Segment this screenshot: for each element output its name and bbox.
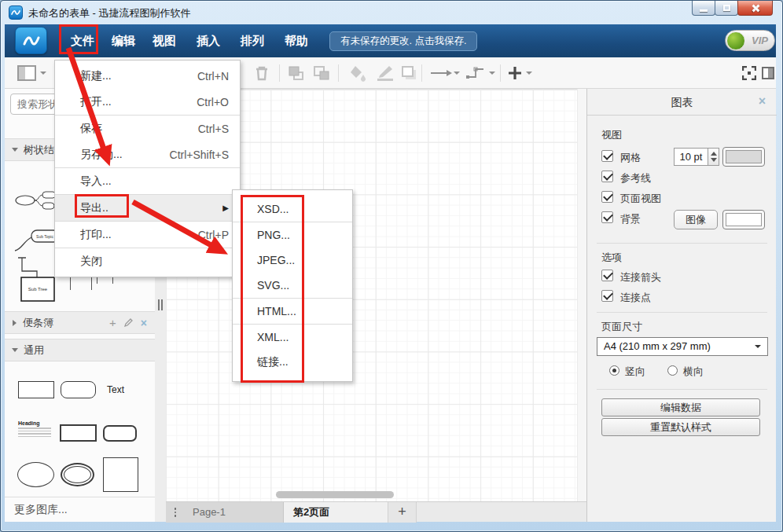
menu-item-import[interactable]: 导入... <box>55 168 240 194</box>
menu-help[interactable]: 帮助 <box>278 29 315 53</box>
menu-file[interactable]: 文件 <box>64 29 101 53</box>
reset-default-style-button[interactable]: 重置默认样式 <box>601 418 760 436</box>
menu-arrange[interactable]: 排列 <box>233 29 271 53</box>
add-note-icon[interactable]: + <box>109 316 116 329</box>
layout-panels-button[interactable] <box>17 57 36 89</box>
menu-item-close[interactable]: 关闭 <box>55 248 240 274</box>
shape-square[interactable] <box>103 457 138 492</box>
minimize-button[interactable] <box>692 1 715 16</box>
grid-size-input[interactable] <box>674 148 708 166</box>
guides-checkbox[interactable] <box>601 171 613 182</box>
svg-text:Sub Topic: Sub Topic <box>36 234 53 239</box>
shape-bold-rounded-rectangle[interactable] <box>103 425 137 442</box>
page-size-select[interactable]: A4 (210 mm x 297 mm) <box>597 337 768 356</box>
close-icon <box>751 3 760 13</box>
page-tab-bar: Page-1 第2页面 + <box>166 501 586 522</box>
grid-color-swatch[interactable] <box>722 147 765 167</box>
svg-text:Sub Tree: Sub Tree <box>28 287 48 292</box>
submenu-item-png[interactable]: PNG... <box>233 222 352 248</box>
more-libraries-link[interactable]: 更多图库... <box>5 497 155 522</box>
bring-to-front-button[interactable] <box>288 57 305 89</box>
vip-badge[interactable]: VIP <box>725 30 775 51</box>
options-section-heading: 选项 <box>601 251 622 265</box>
add-shape-button[interactable] <box>508 57 522 89</box>
arrow-style-button[interactable] <box>430 57 452 89</box>
fullscreen-button[interactable] <box>742 57 756 89</box>
menu-view[interactable]: 视图 <box>145 29 183 53</box>
page-view-checkbox[interactable] <box>601 191 613 203</box>
menu-edit[interactable]: 编辑 <box>105 29 142 53</box>
shape-sub-tree[interactable]: Sub Tree <box>15 255 57 304</box>
shape-tree-diagram[interactable] <box>14 189 60 213</box>
connection-points-checkbox[interactable] <box>601 290 613 302</box>
page-view-label: 页面视图 <box>620 192 661 206</box>
shape-bracket[interactable] <box>70 276 92 290</box>
connector-caret-icon[interactable] <box>489 57 495 89</box>
landscape-label: 横向 <box>683 365 704 379</box>
submenu-item-xsd[interactable]: XSD... <box>233 196 352 222</box>
edit-data-button[interactable]: 编辑数据 <box>601 398 760 416</box>
menu-item-open[interactable]: 打开...Ctrl+O <box>55 89 240 115</box>
shape-heading-block[interactable]: Heading <box>18 420 51 442</box>
close-button[interactable] <box>737 1 773 16</box>
menu-item-new[interactable]: 新建...Ctrl+N <box>55 63 240 89</box>
add-page-button[interactable]: + <box>388 502 417 523</box>
menu-item-save-as[interactable]: 另存为...Ctrl+Shift+S <box>55 141 240 167</box>
layout-caret-icon[interactable] <box>40 57 46 89</box>
shadow-button[interactable] <box>401 57 418 89</box>
menu-insert[interactable]: 插入 <box>189 29 227 53</box>
menu-item-save[interactable]: 保存Ctrl+S <box>55 116 240 141</box>
section-notes[interactable]: 便条簿 + × <box>5 311 155 334</box>
grid-checkbox[interactable] <box>601 150 613 162</box>
page-size-heading: 页面尺寸 <box>601 320 642 334</box>
menu-item-export[interactable]: 导出.. ▶ <box>55 195 240 221</box>
edit-pencil-icon[interactable] <box>123 317 134 328</box>
delete-button[interactable] <box>255 57 269 89</box>
format-panel: 图表 × 视图 网格 参考线 页面视图 背景 图像 选项 连接箭头 连接点 页面… <box>586 89 776 522</box>
background-image-button[interactable]: 图像 <box>674 210 718 229</box>
submenu-item-xml[interactable]: XML... <box>233 325 352 350</box>
background-checkbox[interactable] <box>601 211 613 223</box>
grid-size-stepper[interactable] <box>708 148 719 166</box>
window-title: 未命名的表单 - 迅捷流程图制作软件 <box>28 6 191 20</box>
panel-close-icon[interactable]: × <box>759 94 766 108</box>
portrait-radio[interactable] <box>609 365 619 376</box>
close-section-icon[interactable]: × <box>141 317 147 329</box>
send-to-back-button[interactable] <box>313 57 330 89</box>
menu-bar: 文件 编辑 视图 插入 排列 帮助 有未保存的更改. 点击我保存. VIP <box>5 24 776 57</box>
shape-rounded-rectangle[interactable] <box>61 381 96 398</box>
toggle-right-panel-button[interactable] <box>762 57 774 89</box>
shape-text[interactable]: Text <box>107 384 124 395</box>
maximize-button[interactable] <box>715 1 738 16</box>
connector-style-button[interactable] <box>465 57 486 89</box>
shape-double-ellipse[interactable] <box>61 463 94 486</box>
shape-ellipse[interactable] <box>17 462 54 487</box>
line-color-button[interactable] <box>375 57 395 89</box>
menu-item-print[interactable]: 打印...Ctrl+P <box>55 222 240 248</box>
horizontal-scrollbar[interactable] <box>276 491 394 498</box>
connection-arrows-checkbox[interactable] <box>601 270 613 281</box>
pages-menu-icon[interactable] <box>166 502 185 523</box>
shape-bold-rectangle[interactable] <box>60 424 97 442</box>
section-general[interactable]: 通用 <box>5 339 155 361</box>
unsaved-changes-banner[interactable]: 有未保存的更改. 点击我保存. <box>329 31 477 51</box>
submenu-item-link[interactable]: 链接... <box>233 350 352 375</box>
portrait-label: 竖向 <box>625 365 645 379</box>
maximize-icon <box>723 5 730 11</box>
background-color-swatch[interactable] <box>722 210 765 229</box>
submenu-item-svg[interactable]: SVG... <box>233 273 352 298</box>
chevron-right-icon <box>13 320 17 326</box>
select-caret-icon <box>755 345 761 348</box>
arrow-style-caret-icon[interactable] <box>454 57 460 89</box>
tab-page-1[interactable]: Page-1 <box>185 502 284 523</box>
shape-rectangle[interactable] <box>18 381 54 398</box>
vertical-scrollbar-track[interactable] <box>577 89 586 501</box>
app-logo-icon <box>9 6 23 20</box>
brand-logo-icon[interactable] <box>15 27 47 54</box>
add-shape-caret-icon[interactable] <box>526 57 532 89</box>
landscape-radio[interactable] <box>667 365 678 376</box>
submenu-item-html[interactable]: HTML... <box>233 299 352 324</box>
tab-page-2[interactable]: 第2页面 <box>284 502 388 523</box>
submenu-item-jpeg[interactable]: JPEG... <box>233 248 352 273</box>
fill-color-button[interactable] <box>349 57 368 89</box>
